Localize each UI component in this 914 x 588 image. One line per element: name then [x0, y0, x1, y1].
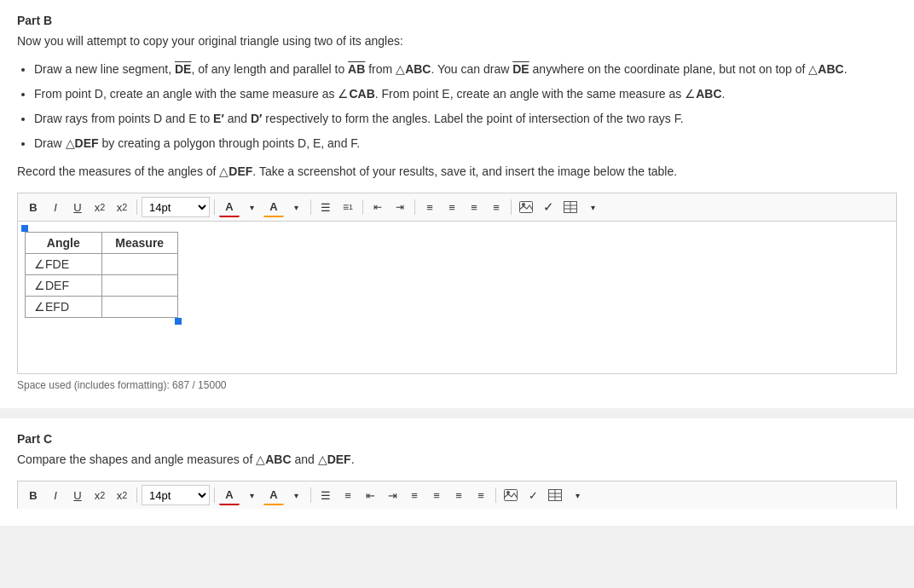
align-justify-button[interactable]: ≡: [486, 197, 506, 217]
part-b-label: Part B: [17, 14, 897, 27]
part-c-section: Part C Compare the shapes and angle meas…: [0, 418, 914, 526]
highlight-chevron[interactable]: ▾: [286, 197, 306, 217]
part-c-font-color-chevron[interactable]: ▾: [241, 485, 262, 505]
part-c-separator-1: [136, 487, 137, 503]
col-header-measure: Measure: [101, 233, 178, 254]
align-center-button[interactable]: ≡: [442, 197, 462, 217]
separator-4: [362, 199, 363, 215]
bullet-list-button[interactable]: ☰: [315, 197, 336, 217]
angle-fde: ∠FDE: [26, 254, 102, 275]
numbered-list-button[interactable]: ≡1: [338, 197, 358, 217]
separator-6: [511, 199, 512, 215]
part-b-intro: Now you will attempt to copy your origin…: [17, 32, 897, 50]
part-c-indent-increase-button[interactable]: ⇥: [382, 485, 402, 505]
table-container: Angle Measure ∠FDE ∠DEF ∠EFD: [25, 228, 178, 321]
table-row: ∠FDE: [26, 254, 178, 275]
align-right-button[interactable]: ≡: [464, 197, 484, 217]
part-c-label: Part C: [17, 432, 897, 446]
insert-image-button[interactable]: [516, 197, 536, 217]
part-c-align-center-button[interactable]: ≡: [426, 485, 447, 505]
align-left-button[interactable]: ≡: [419, 197, 440, 217]
angle-efd: ∠EFD: [26, 297, 102, 318]
superscript-button[interactable]: x2: [90, 197, 110, 217]
part-c-font-size-select[interactable]: 14pt: [142, 485, 210, 505]
bullet-list: Draw a new line segment, DE, of any leng…: [34, 61, 897, 153]
part-c-insert-table-button[interactable]: [545, 485, 565, 505]
angle-table: Angle Measure ∠FDE ∠DEF ∠EFD: [25, 232, 178, 318]
underline-button[interactable]: U: [67, 197, 88, 217]
table-handle-tl[interactable]: [21, 225, 28, 232]
part-c-separator-2: [214, 487, 215, 503]
font-color-button[interactable]: A: [219, 197, 240, 217]
part-c-intro: Compare the shapes and angle measures of…: [17, 451, 897, 469]
bullet-item-2: From point D, create an angle with the s…: [34, 85, 897, 103]
bold-button[interactable]: B: [23, 197, 43, 217]
part-c-bullet-list-button[interactable]: ☰: [315, 485, 336, 505]
space-used-text: Space used (includes formatting): 687 / …: [17, 379, 897, 391]
angle-def: ∠DEF: [26, 275, 102, 297]
part-c-align-right-button[interactable]: ≡: [448, 485, 469, 505]
insert-table-button[interactable]: [560, 197, 581, 217]
record-text: Record the measures of the angles of △DE…: [17, 163, 897, 181]
part-c-highlight-button[interactable]: A: [263, 485, 284, 505]
part-c-superscript-button[interactable]: x2: [90, 485, 110, 505]
measure-efd[interactable]: [101, 297, 178, 318]
indent-increase-button[interactable]: ⇥: [390, 197, 410, 217]
part-c-table-chevron[interactable]: ▾: [567, 485, 587, 505]
bullet-item-4: Draw △DEF by creating a polygon through …: [34, 135, 897, 153]
editor-area[interactable]: Angle Measure ∠FDE ∠DEF ∠EFD: [17, 221, 897, 374]
font-size-select[interactable]: 14pt 8pt 10pt 12pt 16pt 18pt 24pt: [142, 197, 210, 217]
part-c-insert-image-button[interactable]: [500, 485, 521, 505]
italic-button[interactable]: I: [45, 197, 66, 217]
part-c-separator-3: [310, 487, 311, 503]
table-row: ∠EFD: [26, 297, 178, 318]
subscript-button[interactable]: x2: [112, 197, 132, 217]
part-c-insert-check-button[interactable]: ✓: [523, 485, 543, 505]
measure-fde[interactable]: [101, 254, 178, 275]
col-header-angle: Angle: [26, 233, 102, 254]
separator-5: [414, 199, 415, 215]
part-c-italic-button[interactable]: I: [45, 485, 66, 505]
part-c-toolbar: B I U x2 x2 14pt A ▾ A ▾ ☰ ≡ ⇤ ⇥ ≡ ≡ ≡ ≡: [17, 481, 897, 509]
part-c-align-left-button[interactable]: ≡: [404, 485, 425, 505]
table-handle-br[interactable]: [175, 318, 182, 325]
table-row: ∠DEF: [26, 275, 178, 297]
part-c-highlight-chevron[interactable]: ▾: [286, 485, 306, 505]
part-c-font-color-button[interactable]: A: [219, 485, 240, 505]
part-c-underline-button[interactable]: U: [67, 485, 88, 505]
part-c-indent-decrease-button[interactable]: ⇤: [360, 485, 380, 505]
part-c-numbered-list-button[interactable]: ≡: [338, 485, 358, 505]
bullet-item-1: Draw a new line segment, DE, of any leng…: [34, 61, 897, 78]
table-chevron[interactable]: ▾: [582, 197, 603, 217]
part-c-bold-button[interactable]: B: [23, 485, 43, 505]
measure-def[interactable]: [101, 275, 178, 297]
part-b-section: Part B Now you will attempt to copy your…: [0, 0, 914, 408]
part-c-align-justify-button[interactable]: ≡: [471, 485, 491, 505]
font-color-chevron[interactable]: ▾: [241, 197, 262, 217]
indent-decrease-button[interactable]: ⇤: [367, 197, 388, 217]
insert-check-button[interactable]: ✓: [538, 197, 558, 217]
separator-1: [136, 199, 137, 215]
separator-3: [310, 199, 311, 215]
part-c-subscript-button[interactable]: x2: [112, 485, 132, 505]
highlight-button[interactable]: A: [263, 197, 284, 217]
part-c-separator-4: [495, 487, 496, 503]
separator-2: [214, 199, 215, 215]
editor-toolbar: B I U x2 x2 14pt 8pt 10pt 12pt 16pt 18pt…: [17, 193, 897, 221]
bullet-item-3: Draw rays from points D and E to E′ and …: [34, 110, 897, 128]
table-header-row: Angle Measure: [26, 233, 178, 254]
